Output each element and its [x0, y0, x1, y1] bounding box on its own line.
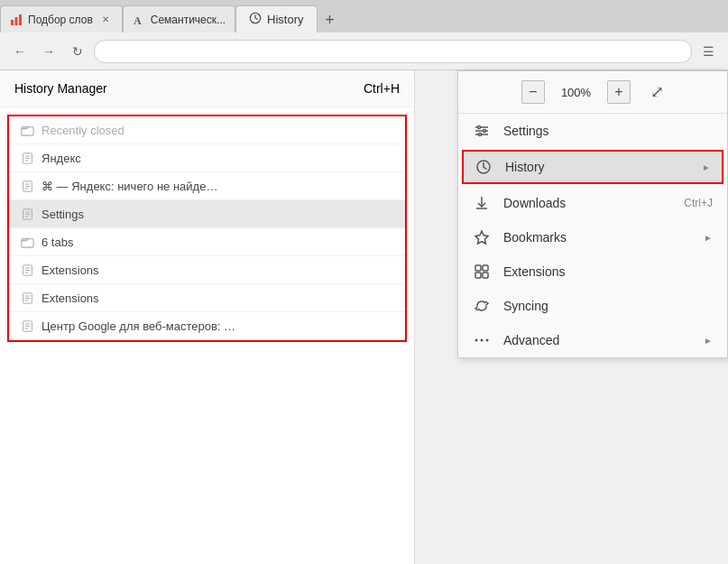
tab-history[interactable]: History	[235, 5, 317, 32]
download-icon	[473, 194, 491, 212]
menu-item-advanced-label: Advanced	[503, 333, 691, 347]
svg-rect-1	[15, 17, 18, 25]
history-item-extensions-2[interactable]: Extensions	[9, 284, 405, 312]
tab-подбор-слов-label: Подбор слов	[28, 14, 93, 26]
svg-point-35	[484, 130, 486, 133]
zoom-value: 100%	[556, 86, 596, 99]
dropdown-menu: − 100% + ⤢ Settings	[457, 70, 728, 358]
page-icon-4	[20, 263, 34, 277]
history-list-container: Recently closed Яндекс	[7, 115, 407, 342]
left-panel: History Manager Ctrl+H Recently closed	[0, 70, 415, 564]
extensions-icon	[473, 263, 491, 281]
tab-bar: Подбор слов ✕ A Семантическ... History +	[0, 0, 728, 32]
tab-семантическ-label: Семантическ...	[151, 14, 226, 26]
history-item-google-label: Центр Google для веб-мастеров: …	[41, 319, 394, 333]
history-item-extensions-1[interactable]: Extensions	[9, 256, 405, 284]
menu-item-settings-label: Settings	[503, 124, 713, 138]
history-item-yandex-search-label: ⌘ — Яндекс: ничего не найде…	[41, 180, 394, 193]
tab-history-label: History	[267, 13, 303, 26]
menu-item-settings[interactable]: Settings	[458, 114, 727, 148]
folder-icon-1	[20, 123, 34, 137]
font-icon: A	[133, 14, 145, 26]
folder-icon-2	[20, 235, 34, 249]
zoom-bar: − 100% + ⤢	[458, 71, 727, 114]
zoom-expand-button[interactable]: ⤢	[650, 82, 664, 102]
history-item-yandex-search[interactable]: ⌘ — Яндекс: ничего не найде…	[9, 172, 405, 200]
back-button[interactable]: ←	[7, 39, 32, 64]
menu-button[interactable]: ☰	[696, 39, 721, 64]
menu-item-history-label: History	[505, 160, 689, 174]
address-input[interactable]	[94, 40, 692, 63]
svg-marker-40	[475, 231, 488, 244]
menu-item-syncing[interactable]: Syncing	[458, 289, 727, 323]
sync-icon	[473, 297, 491, 315]
svg-point-34	[478, 126, 481, 129]
history-item-settings[interactable]: Settings	[9, 200, 405, 228]
history-item-yandex-label: Яндекс	[41, 152, 394, 165]
sliders-icon	[473, 122, 491, 140]
svg-text:A: A	[134, 14, 142, 26]
menu-item-extensions[interactable]: Extensions	[458, 254, 727, 289]
tab-семантическ[interactable]: A Семантическ...	[123, 5, 235, 32]
advanced-arrow-icon: ►	[704, 336, 713, 346]
history-item-google[interactable]: Центр Google для веб-мастеров: …	[9, 312, 405, 340]
menu-item-bookmarks-label: Bookmarks	[503, 230, 691, 245]
star-icon	[473, 228, 491, 246]
svg-rect-44	[483, 273, 488, 278]
bar-chart-icon	[10, 14, 23, 26]
tab-подбор-слов[interactable]: Подбор слов ✕	[0, 5, 123, 32]
address-bar-area: ← → ↻ ☰	[0, 32, 728, 70]
svg-point-46	[481, 339, 484, 342]
clock-menu-icon	[475, 158, 493, 176]
page-icon-3	[20, 207, 34, 221]
history-item-recently-closed[interactable]: Recently closed	[9, 116, 405, 144]
forward-button[interactable]: →	[36, 39, 61, 64]
zoom-decrease-button[interactable]: −	[521, 80, 545, 104]
svg-rect-0	[11, 20, 14, 25]
downloads-shortcut: Ctrl+J	[684, 197, 713, 209]
history-manager-shortcut: Ctrl+H	[364, 81, 400, 96]
svg-rect-2	[19, 14, 22, 25]
page-icon-5	[20, 291, 34, 305]
svg-rect-43	[475, 273, 481, 278]
history-manager-header: History Manager Ctrl+H	[0, 70, 414, 107]
new-tab-button[interactable]: +	[318, 7, 343, 32]
dots-icon	[473, 331, 491, 349]
svg-rect-42	[483, 265, 488, 271]
history-item-settings-label: Settings	[41, 208, 394, 221]
svg-point-47	[486, 339, 489, 342]
history-item-recently-closed-label: Recently closed	[41, 124, 394, 137]
svg-point-45	[475, 339, 478, 342]
main-area: History Manager Ctrl+H Recently closed	[0, 70, 728, 564]
history-item-extensions-2-label: Extensions	[41, 291, 394, 305]
reload-button[interactable]: ↻	[65, 39, 90, 64]
history-item-6tabs[interactable]: 6 tabs	[9, 228, 405, 256]
tab-close-icon[interactable]: ✕	[98, 13, 113, 27]
svg-point-36	[479, 134, 482, 136]
browser-chrome: Подбор слов ✕ A Семантическ... History +	[0, 0, 728, 70]
history-item-6tabs-label: 6 tabs	[41, 236, 394, 249]
history-arrow-icon: ►	[702, 162, 711, 172]
menu-item-extensions-label: Extensions	[503, 264, 713, 279]
history-item-yandex[interactable]: Яндекс	[9, 144, 405, 172]
bookmarks-arrow-icon: ►	[704, 233, 713, 243]
page-icon-2	[20, 179, 34, 193]
history-item-extensions-1-label: Extensions	[41, 264, 394, 277]
menu-item-syncing-label: Syncing	[503, 299, 713, 313]
clock-tab-icon	[249, 12, 262, 27]
history-manager-title: History Manager	[14, 81, 107, 96]
menu-item-advanced[interactable]: Advanced ►	[458, 323, 727, 357]
menu-item-downloads[interactable]: Downloads Ctrl+J	[458, 186, 727, 220]
page-icon-1	[20, 151, 34, 165]
zoom-increase-button[interactable]: +	[607, 80, 631, 104]
page-icon-6	[20, 319, 34, 333]
menu-item-history[interactable]: History ►	[462, 150, 723, 184]
menu-item-bookmarks[interactable]: Bookmarks ►	[458, 220, 727, 254]
menu-item-downloads-label: Downloads	[503, 196, 671, 210]
svg-rect-41	[475, 265, 481, 271]
